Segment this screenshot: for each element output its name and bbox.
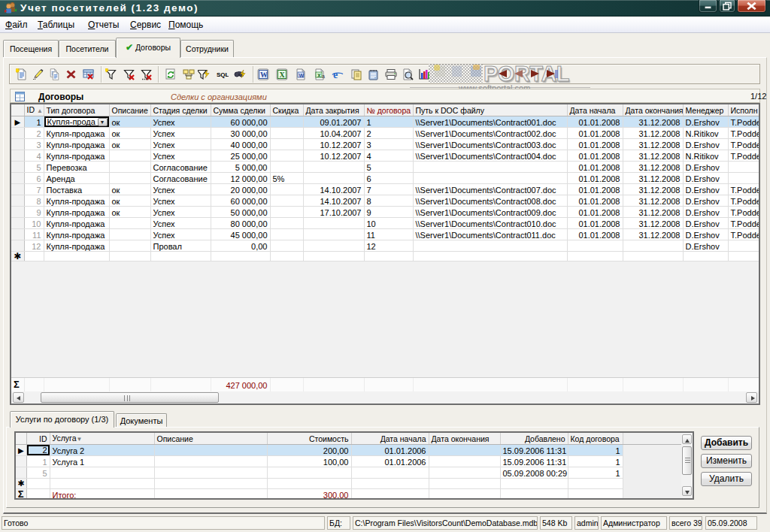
svg-text:e: e <box>333 69 338 80</box>
svg-text:X: X <box>317 73 321 78</box>
svg-text:W: W <box>260 71 268 79</box>
svg-text:X: X <box>280 71 286 79</box>
svg-text:a: a <box>322 74 325 79</box>
svg-text:SQL: SQL <box>217 71 229 78</box>
svg-text:W: W <box>299 73 305 78</box>
